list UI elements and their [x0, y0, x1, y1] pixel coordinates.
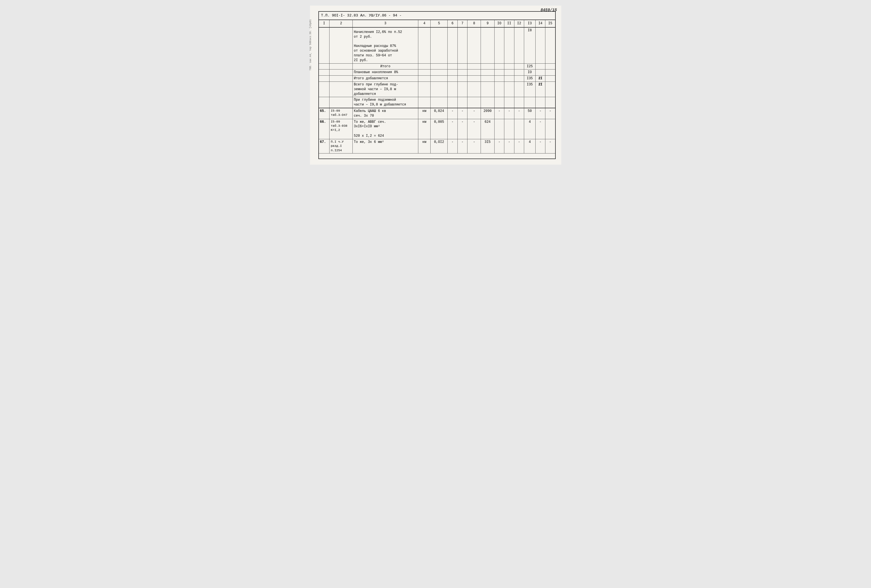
itogo-5	[431, 63, 447, 70]
col-header-6: 6	[447, 20, 458, 27]
r67-ref: П.I ч.Уразд.Iп.I254	[329, 139, 353, 153]
plan-4	[418, 70, 430, 76]
vsego-3: Всего при глубине под-земной части – I9,…	[352, 82, 418, 97]
cell-6	[447, 27, 458, 63]
pri-8	[467, 97, 481, 108]
itogo-3: Итого	[352, 63, 418, 70]
itogo2-11	[504, 76, 514, 82]
plan-1	[319, 70, 329, 76]
itogo2-5	[431, 76, 447, 82]
itogo2-12	[514, 76, 524, 82]
r67-col9: 3I5	[481, 139, 494, 153]
r65-col12: -	[514, 108, 524, 119]
pri-4	[418, 97, 430, 108]
vsego-2	[329, 82, 353, 97]
vsego-14: 2I	[535, 82, 545, 97]
vsego-1	[319, 82, 329, 97]
pri-13	[524, 97, 536, 108]
vsego-10	[494, 82, 504, 97]
title-cell: Т.П. 9ОI-I- 32.83 Ал. УШ/IУ.86 - 94 -	[319, 12, 555, 20]
itogo2-1	[319, 76, 329, 82]
r66-col11	[504, 119, 514, 139]
r66-ref: I5-09таб.3-038K=I,2	[329, 119, 353, 139]
itogo-7	[457, 63, 467, 70]
cell-11	[504, 27, 514, 63]
r67-col8: -	[467, 139, 481, 153]
vsego-9	[481, 82, 494, 97]
r67-desc: То же, 3х 6 мм²	[352, 139, 418, 153]
r65-col14: -	[535, 108, 545, 119]
col-header-1: I	[319, 20, 329, 27]
plan-3: Плановые накопления 8%	[352, 70, 418, 76]
pri-5	[431, 97, 447, 108]
cell-9	[481, 27, 494, 63]
cell-15	[545, 27, 555, 63]
r65-unit: км	[418, 108, 430, 119]
r65-col10: -	[494, 108, 504, 119]
col-header-4: 4	[418, 20, 430, 27]
pri-10	[494, 97, 504, 108]
itogo-15	[545, 63, 555, 70]
itogo2-2	[329, 76, 353, 82]
cell-12	[514, 27, 524, 63]
cell-7	[457, 27, 467, 63]
itogo-8	[467, 63, 481, 70]
plan-13: IO	[524, 70, 536, 76]
r65-col5: 0,024	[431, 108, 447, 119]
r67-col15: -	[545, 139, 555, 153]
itogo-2	[329, 63, 353, 70]
r67-col11: -	[504, 139, 514, 153]
plan-6	[447, 70, 458, 76]
pri-2	[329, 97, 353, 108]
itogo2-6	[447, 76, 458, 82]
r67-col7: -	[457, 139, 467, 153]
r66-num: 66.	[319, 119, 329, 139]
col-header-10: IO	[494, 20, 504, 27]
vsego-5	[431, 82, 447, 97]
r65-col15: -	[545, 108, 555, 119]
cell-14	[535, 27, 545, 63]
r67-col13: 4	[524, 139, 536, 153]
itogo2-8	[467, 76, 481, 82]
vsego-12	[514, 82, 524, 97]
r66-unit: км	[418, 119, 430, 139]
row-65: 65. I5-09таб.3-О47 Кабель ЦААШ 6 квсеч. …	[319, 108, 555, 119]
pri-3: При глубине подземнойчасти – I9,8 м доба…	[352, 97, 418, 108]
header-row: I 2 3 4 5 6 7 8 9 IO II I2 I3 I4 I5	[319, 20, 555, 27]
pri-15	[545, 97, 555, 108]
plan-10	[494, 70, 504, 76]
vsego-15	[545, 82, 555, 97]
vsego-8	[467, 82, 481, 97]
itogo-14	[535, 63, 545, 70]
cell-4	[418, 27, 430, 63]
r66-col7: -	[457, 119, 467, 139]
r66-col10	[494, 119, 504, 139]
itogo2-15	[545, 76, 555, 82]
col-header-2: 2	[329, 20, 353, 27]
cell-1	[319, 27, 329, 63]
plan-8	[467, 70, 481, 76]
itogo-10	[494, 63, 504, 70]
cell-2	[329, 27, 353, 63]
r66-col14: -	[535, 119, 545, 139]
cell-8	[467, 27, 481, 63]
title-row: Т.П. 9ОI-I- 32.83 Ал. УШ/IУ.86 - 94 -	[319, 12, 555, 20]
row-itogo2: Итого добавляется I35 2I	[319, 76, 555, 82]
col-header-15: I5	[545, 20, 555, 27]
col-header-13: I3	[524, 20, 536, 27]
row-spacer	[319, 153, 555, 159]
r66-col6: -	[447, 119, 458, 139]
col-header-14: I4	[535, 20, 545, 27]
vsego-13: I35	[524, 82, 536, 97]
itogo2-14: 2I	[535, 76, 545, 82]
r66-col8: -	[467, 119, 481, 139]
row-pri: При глубине подземнойчасти – I9,8 м доба…	[319, 97, 555, 108]
plan-9	[481, 70, 494, 76]
vsego-11	[504, 82, 514, 97]
plan-7	[457, 70, 467, 76]
pri-1	[319, 97, 329, 108]
itogo2-9	[481, 76, 494, 82]
cell-10	[494, 27, 504, 63]
row-vsego: Всего при глубине под-земной части – I9,…	[319, 82, 555, 97]
r67-unit: км	[418, 139, 430, 153]
